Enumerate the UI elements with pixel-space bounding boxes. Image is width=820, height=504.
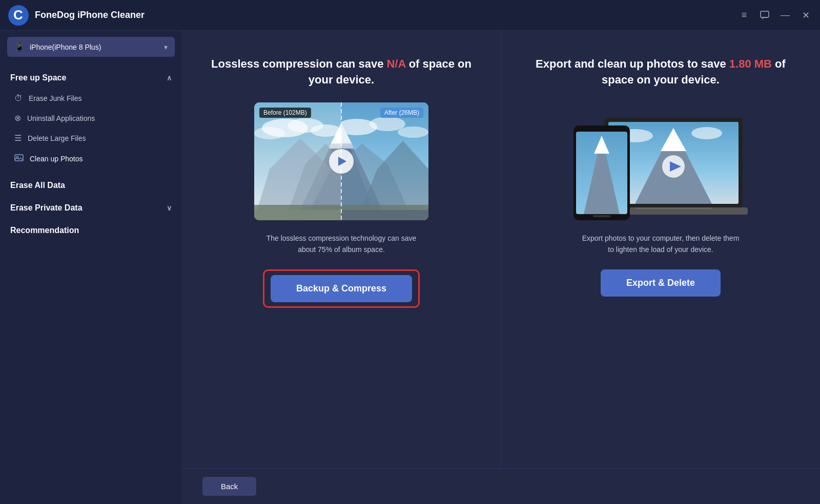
heading-highlight-export: 1.80 MB xyxy=(729,57,772,70)
svg-rect-30 xyxy=(341,210,428,220)
svg-rect-46 xyxy=(593,215,610,217)
backup-compress-button[interactable]: Backup & Compress xyxy=(271,275,412,302)
content-area: Lossless compression can save N/A of spa… xyxy=(182,31,820,504)
sidebar-item-label-uninstall-apps: Uninstall Applications xyxy=(27,114,95,122)
panel-heading-backup: Lossless compression can save N/A of spa… xyxy=(202,56,480,88)
svg-point-14 xyxy=(370,117,405,131)
device-label: iPhone(iPhone 8 Plus) xyxy=(30,43,159,51)
file-icon: ☰ xyxy=(14,133,22,143)
svg-rect-29 xyxy=(254,210,341,220)
chevron-down-icon: ▾ xyxy=(164,43,168,51)
sidebar-item-label-erase-private: Erase Private Data xyxy=(10,203,83,213)
sidebar-item-label-recommendation: Recommendation xyxy=(10,226,79,235)
heading-prefix-backup: Lossless compression can save xyxy=(211,57,386,70)
back-button[interactable]: Back xyxy=(202,477,256,496)
window-controls: ≡ — ✕ xyxy=(738,9,812,22)
sidebar-item-cleanup-photos[interactable]: Clean up Photos xyxy=(0,148,182,170)
app-logo: C xyxy=(8,5,29,26)
backup-compress-button-wrapper: Backup & Compress xyxy=(263,269,420,308)
svg-rect-3 xyxy=(15,155,23,161)
section-header-free-up-space[interactable]: Free up Space ∧ xyxy=(0,67,182,89)
sidebar-item-uninstall-apps[interactable]: ⊗ Uninstall Applications xyxy=(0,108,182,128)
svg-text:C: C xyxy=(13,7,23,23)
menu-button[interactable]: ≡ xyxy=(738,9,750,22)
content-panels: Lossless compression can save N/A of spa… xyxy=(182,31,820,468)
footer-bar: Back xyxy=(182,468,820,504)
clock-icon: ⏱ xyxy=(14,94,23,103)
chevron-down-icon-private: ∨ xyxy=(167,204,172,212)
photo-icon xyxy=(14,153,24,164)
nav-section-free-up-space: Free up Space ∧ ⏱ Erase Junk Files ⊗ Uni… xyxy=(0,63,182,174)
export-delete-button[interactable]: Export & Delete xyxy=(601,269,721,297)
heading-highlight-backup: N/A xyxy=(386,57,405,70)
play-button[interactable] xyxy=(329,149,354,174)
sidebar-item-label-cleanup-photos: Clean up Photos xyxy=(30,155,83,163)
sidebar-item-label-erase-junk: Erase Junk Files xyxy=(29,94,81,102)
sidebar-item-recommendation[interactable]: Recommendation xyxy=(0,219,182,242)
chat-button[interactable] xyxy=(758,9,771,22)
app-title: FoneDog iPhone Cleaner xyxy=(35,10,738,20)
sidebar: 📱 iPhone(iPhone 8 Plus) ▾ Free up Space … xyxy=(0,31,182,504)
sidebar-item-erase-private-data[interactable]: Erase Private Data ∨ xyxy=(0,197,182,219)
compression-preview: Before (102MB) After (26MB) xyxy=(254,102,428,220)
sidebar-item-label-erase-all-data: Erase All Data xyxy=(10,181,65,190)
chevron-up-icon: ∧ xyxy=(167,74,172,82)
after-label: After (26MB) xyxy=(380,108,423,118)
svg-point-11 xyxy=(254,127,285,139)
uninstall-icon: ⊗ xyxy=(14,113,21,123)
sidebar-item-erase-junk[interactable]: ⏱ Erase Junk Files xyxy=(0,89,182,108)
section-label-free-up-space: Free up Space xyxy=(10,73,66,82)
minimize-button[interactable]: — xyxy=(779,9,791,22)
titlebar: C FoneDog iPhone Cleaner ≡ — ✕ xyxy=(0,0,820,31)
panel-heading-export: Export and clean up photos to save 1.80 … xyxy=(522,56,799,88)
svg-rect-2 xyxy=(761,11,769,17)
devices-preview xyxy=(568,102,753,220)
sidebar-item-delete-large[interactable]: ☰ Delete Large Files xyxy=(0,128,182,148)
panel-desc-backup: The lossless compression technology can … xyxy=(259,233,423,256)
heading-prefix-export: Export and clean up photos to save xyxy=(536,57,729,70)
sidebar-item-erase-all-data[interactable]: Erase All Data xyxy=(0,174,182,197)
main-layout: 📱 iPhone(iPhone 8 Plus) ▾ Free up Space … xyxy=(0,31,820,504)
close-button[interactable]: ✕ xyxy=(799,9,812,22)
svg-point-39 xyxy=(691,127,722,139)
phone-icon: 📱 xyxy=(14,42,25,52)
panel-export-delete: Export and clean up photos to save 1.80 … xyxy=(501,31,820,468)
phone-image xyxy=(573,125,630,220)
panel-backup-compress: Lossless compression can save N/A of spa… xyxy=(182,31,501,468)
device-selector[interactable]: 📱 iPhone(iPhone 8 Plus) ▾ xyxy=(7,37,175,57)
sidebar-item-label-delete-large: Delete Large Files xyxy=(28,134,86,142)
before-label: Before (102MB) xyxy=(259,108,311,118)
svg-point-15 xyxy=(398,127,428,138)
panel-desc-export: Export photos to your computer, then del… xyxy=(579,233,743,256)
